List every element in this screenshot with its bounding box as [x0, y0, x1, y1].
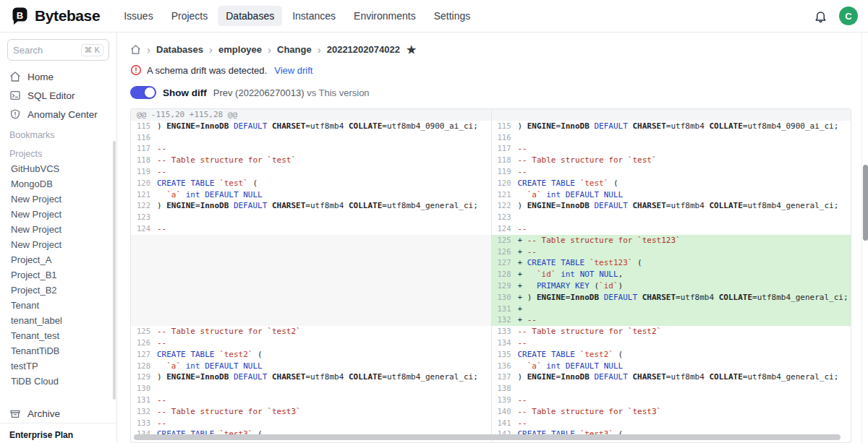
page-body: Search ⌘ K Home SQL Editor Anomaly Cen	[0, 33, 868, 443]
line-number: 138	[492, 383, 518, 395]
nav-item-environments[interactable]: Environments	[346, 6, 424, 26]
line-number: 122	[492, 200, 518, 212]
diff-line: 117--	[131, 143, 491, 155]
diff-line: 130	[131, 383, 491, 395]
brand[interactable]: B Bytebase	[10, 7, 100, 26]
page-scrollbar[interactable]	[861, 33, 868, 443]
line-number: 117	[492, 143, 518, 155]
breadcrumb-item-20221202074022[interactable]: 20221202074022	[327, 44, 400, 55]
sql-editor-icon	[9, 90, 21, 101]
diff-line: @@ -115,20 +115,28 @@	[131, 109, 491, 121]
line-number: 123	[492, 212, 518, 223]
plan-badge: Enterprise Plan	[0, 423, 116, 443]
notifications-bell-icon[interactable]	[814, 9, 827, 23]
sidebar-project-5-new-project[interactable]: New Project	[0, 237, 116, 252]
sidebar-project-7-project-b1[interactable]: Project_B1	[0, 267, 116, 283]
breadcrumb-separator: ›	[209, 44, 213, 55]
diff-line: 122) ENGINE=InnoDB DEFAULT CHARSET=utf8m…	[492, 200, 851, 212]
diff-line: 129) ENGINE=InnoDB DEFAULT CHARSET=utf8m…	[131, 371, 491, 383]
diff-line: 128 `a` int DEFAULT NULL	[131, 361, 491, 372]
sidebar-item-label: Archive	[27, 408, 60, 419]
line-number: 118	[492, 155, 518, 166]
breadcrumb-item-databases[interactable]: Databases	[156, 44, 203, 55]
avatar[interactable]: C	[839, 7, 858, 25]
line-number	[131, 280, 157, 292]
line-number	[131, 257, 157, 269]
line-number: 115	[492, 121, 518, 132]
diff-horizontal-scrollbar[interactable]	[134, 434, 848, 440]
diff-line: 119--	[492, 166, 851, 178]
nav-item-issues[interactable]: Issues	[116, 6, 161, 26]
alert-exclamation-icon	[130, 64, 142, 76]
code-text: ) ENGINE=InnoDB DEFAULT CHARSET=utf8mb4 …	[518, 121, 839, 132]
sidebar-project-14-tidb-cloud[interactable]: TiDB Cloud	[0, 374, 116, 389]
nav-item-instances[interactable]: Instances	[284, 6, 344, 26]
sidebar-item-label: Home	[27, 72, 54, 82]
diff-line: 125+ -- Table structure for `test123`	[492, 235, 851, 246]
sidebar-item-sql-editor[interactable]: SQL Editor	[0, 86, 116, 105]
code-text: + CREATE TABLE `test123` (	[518, 257, 642, 269]
diff-line	[131, 314, 491, 326]
line-number: 125	[492, 235, 518, 246]
sidebar-project-0-githubvcs[interactable]: GitHubVCS	[0, 161, 116, 176]
project-list: GitHubVCSMongoDBNew ProjectNew ProjectNe…	[0, 161, 116, 389]
breadcrumb-home-icon[interactable]	[130, 44, 141, 55]
line-number: 126	[492, 246, 518, 258]
sidebar-project-9-tenant[interactable]: Tenant	[0, 298, 116, 313]
compare-text: Prev (202206270013) vs This version	[213, 87, 370, 98]
bookmark-star-icon[interactable]: ★	[407, 44, 416, 55]
app: B Bytebase IssuesProjectsDatabasesInstan…	[0, 0, 868, 443]
code-text: + --	[518, 246, 537, 258]
sidebar-item-anomaly-center[interactable]: Anomaly Center	[0, 105, 116, 124]
code-text: `a` int DEFAULT NULL	[157, 189, 263, 201]
diff-line: 116	[492, 132, 851, 144]
sidebar-project-2-new-project[interactable]: New Project	[0, 192, 116, 207]
sidebar-item-archive[interactable]: Archive	[0, 404, 116, 423]
sidebar-project-12-tenanttidb[interactable]: TenantTiDB	[0, 343, 116, 358]
code-text: +	[518, 304, 527, 315]
sidebar-project-11-tenant-test[interactable]: Tenant_test	[0, 328, 116, 343]
breadcrumb: ›Databases›employee›Change›2022120207402…	[130, 41, 851, 57]
sidebar-project-1-mongodb[interactable]: MongoDB	[0, 176, 116, 192]
sidebar: Search ⌘ K Home SQL Editor Anomaly Cen	[0, 33, 117, 443]
nav-item-settings[interactable]: Settings	[426, 6, 479, 26]
sidebar-project-8-project-b2[interactable]: Project_B2	[0, 283, 116, 298]
line-number: 118	[131, 155, 157, 166]
sidebar-project-10-tenant-label[interactable]: tenant_label	[0, 313, 116, 328]
line-number: 129	[492, 280, 518, 292]
schema-drift-alert: A schema drift was detected. View drift	[130, 63, 851, 77]
nav-item-projects[interactable]: Projects	[163, 6, 216, 26]
scrollbar-thumb[interactable]	[863, 165, 868, 241]
diff-line: 130+ ) ENGINE=InnoDB DEFAULT CHARSET=utf…	[492, 292, 851, 304]
sidebar-project-13-testtp[interactable]: testTP	[0, 358, 116, 374]
line-number: 124	[492, 223, 518, 235]
line-number: 127	[131, 349, 157, 361]
home-icon	[9, 71, 21, 82]
search-input[interactable]: Search ⌘ K	[7, 39, 109, 61]
sidebar-project-4-new-project[interactable]: New Project	[0, 222, 116, 237]
breadcrumb-item-change[interactable]: Change	[277, 44, 312, 55]
sidebar-scrollbar[interactable]	[113, 141, 116, 400]
anomaly-shield-icon	[9, 108, 21, 120]
code-text: --	[518, 166, 527, 178]
line-number: 123	[131, 212, 157, 223]
line-number: 126	[131, 337, 157, 349]
diff-line	[131, 304, 491, 315]
sidebar-item-home[interactable]: Home	[0, 67, 116, 86]
line-number: 141	[492, 418, 518, 429]
show-diff-toggle[interactable]	[130, 86, 156, 99]
line-number: 136	[492, 361, 518, 372]
sidebar-project-6-project-a[interactable]: Project_A	[0, 252, 116, 267]
scrollbar-thumb[interactable]	[134, 434, 841, 440]
diff-line: 129+ PRIMARY KEY (`id`)	[492, 280, 851, 292]
code-text: --	[157, 166, 166, 178]
diff-line: 118-- Table structure for `test`	[492, 155, 851, 166]
show-diff-label: Show diff	[163, 87, 207, 98]
breadcrumb-item-employee[interactable]: employee	[218, 44, 262, 55]
sidebar-project-3-new-project[interactable]: New Project	[0, 207, 116, 222]
line-number	[131, 235, 157, 246]
view-drift-link[interactable]: View drift	[274, 65, 312, 76]
code-text: CREATE TABLE `test` (	[518, 178, 618, 189]
nav-item-databases[interactable]: Databases	[218, 6, 282, 26]
line-number: 121	[492, 189, 518, 201]
